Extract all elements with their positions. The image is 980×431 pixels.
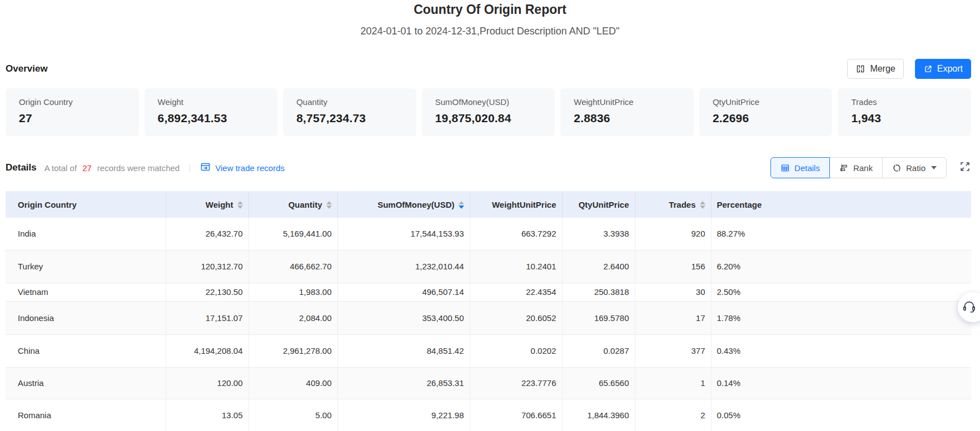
details-section-title: Details: [6, 162, 37, 173]
table-row-turkey: Turkey120,312.70466,662.701,232,010.4410…: [6, 250, 971, 283]
cell-trades: 30: [635, 283, 711, 301]
column-header-origin-country: Origin Country: [6, 191, 166, 218]
sort-icon: [237, 201, 243, 209]
table-header-row: Origin CountryWeightQuantitySumOfMoney(U…: [6, 191, 971, 218]
card-value: 8,757,234.73: [296, 112, 403, 125]
column-header-quantity[interactable]: Quantity: [248, 191, 337, 218]
overview-section-title: Overview: [6, 63, 48, 74]
column-header-sumofmoney-usd-[interactable]: SumOfMoney(USD): [337, 191, 470, 218]
card-value: 19,875,020.84: [435, 112, 542, 125]
cell-trades: 1: [635, 367, 711, 399]
cell-quantity: 2,961,278.00: [248, 334, 337, 367]
cell-sumofmoney-usd-: 1,232,010.44: [337, 250, 470, 283]
table-row-indonesia: Indonesia17,151.072,084.00353,400.5020.6…: [6, 301, 971, 334]
tab-details[interactable]: Details: [770, 157, 830, 178]
column-label: WeightUnitPrice: [492, 200, 556, 209]
cell-weightunitprice: 0.0202: [470, 334, 562, 367]
card-label: SumOfMoney(USD): [435, 97, 542, 107]
fullscreen-button[interactable]: [959, 161, 971, 175]
tab-rank[interactable]: Rank: [829, 157, 883, 178]
cell-weightunitprice: 706.6651: [470, 399, 562, 431]
cell-origin-country: Austria: [6, 367, 166, 399]
column-header-qtyunitprice: QtyUnitPrice: [562, 191, 635, 218]
view-trade-records-link[interactable]: View trade records: [200, 162, 285, 174]
cell-quantity: 5,169,441.00: [248, 218, 337, 250]
cell-trades: 377: [635, 334, 711, 367]
cell-quantity: 466,662.70: [248, 250, 337, 283]
cell-weightunitprice: 22.4354: [470, 283, 562, 301]
cell-origin-country: Romania: [6, 399, 166, 431]
merge-button[interactable]: Merge: [847, 59, 903, 79]
column-label: Quantity: [288, 200, 322, 209]
cell-weight: 120.00: [166, 367, 248, 399]
cell-sumofmoney-usd-: 26,853.31: [337, 367, 470, 399]
match-summary: A total of27records were matched: [44, 163, 180, 173]
tab-ratio[interactable]: Ratio: [882, 157, 947, 178]
tab-label: Ratio: [906, 163, 926, 173]
card-value: 1,943: [851, 112, 958, 125]
cell-percentage: 1.78%: [711, 301, 971, 334]
column-label: Origin Country: [18, 200, 77, 209]
overview-card-trades: Trades1,943: [838, 88, 971, 136]
column-label: Trades: [669, 200, 695, 209]
cell-qtyunitprice: 1,844.3960: [562, 399, 635, 431]
match-count: 27: [77, 163, 97, 173]
cell-sumofmoney-usd-: 9,221.98: [337, 399, 470, 431]
cell-weight: 22,130.50: [166, 283, 248, 301]
card-label: Quantity: [296, 97, 403, 107]
sort-icon: [459, 201, 464, 209]
cell-weightunitprice: 10.2401: [470, 250, 562, 283]
cell-origin-country: Vietnam: [6, 283, 166, 301]
column-header-trades[interactable]: Trades: [635, 191, 711, 218]
cell-weight: 4,194,208.04: [166, 334, 248, 367]
cell-weight: 17,151.07: [166, 301, 248, 334]
column-label: QtyUnitPrice: [579, 200, 629, 209]
table-row-vietnam: Vietnam22,130.501,983.00496,507.1422.435…: [6, 283, 971, 301]
card-label: Trades: [851, 97, 958, 107]
cell-percentage: 0.43%: [711, 334, 971, 367]
headset-icon: [962, 299, 977, 316]
overview-cards: Origin Country27Weight6,892,341.53Quanti…: [6, 88, 971, 136]
export-icon: [923, 64, 933, 74]
cell-percentage: 6.20%: [711, 250, 971, 283]
overview-card-qtyunitprice: QtyUnitPrice2.2696: [699, 88, 833, 136]
card-value: 2.8836: [574, 112, 680, 125]
match-prefix: A total of: [44, 163, 77, 173]
details-toolbar: Details A total of27records were matched…: [6, 157, 971, 178]
window-arrow-icon: [200, 162, 211, 174]
origin-country-table: Origin CountryWeightQuantitySumOfMoney(U…: [6, 191, 971, 431]
cell-sumofmoney-usd-: 17,544,153.93: [337, 218, 470, 250]
cell-percentage: 0.05%: [711, 399, 971, 431]
tab-label: Details: [794, 163, 820, 173]
merge-icon: [855, 64, 865, 74]
overview-card-weightunitprice: WeightUnitPrice2.8836: [560, 88, 694, 136]
cell-origin-country: China: [6, 334, 166, 367]
merge-button-label: Merge: [870, 64, 895, 74]
column-header-weight[interactable]: Weight: [166, 191, 248, 218]
cell-trades: 17: [635, 301, 711, 334]
cell-sumofmoney-usd-: 496,507.14: [337, 283, 470, 301]
cell-origin-country: Turkey: [6, 250, 166, 283]
overview-card-sumofmoney-usd-: SumOfMoney(USD)19,875,020.84: [422, 88, 555, 136]
column-header-percentage: Percentage: [711, 191, 971, 218]
export-button[interactable]: Export: [915, 59, 971, 79]
details-right: DetailsRankRatio: [770, 157, 971, 178]
cell-qtyunitprice: 0.0287: [562, 334, 635, 367]
toolbar-actions: MergeExport: [847, 59, 971, 79]
column-header-weightunitprice: WeightUnitPrice: [470, 191, 562, 218]
card-value: 2.2696: [713, 112, 819, 125]
cell-weight: 13.05: [166, 399, 248, 431]
cell-quantity: 2,084.00: [248, 301, 337, 334]
cell-sumofmoney-usd-: 353,400.50: [337, 301, 470, 334]
cell-weightunitprice: 223.7776: [470, 367, 562, 399]
table-row-romania: Romania13.055.009,221.98706.66511,844.39…: [6, 399, 971, 431]
cell-qtyunitprice: 3.3938: [562, 218, 635, 250]
cell-percentage: 88.27%: [711, 218, 971, 250]
overview-card-origin-country: Origin Country27: [6, 88, 139, 136]
rank-icon: [839, 163, 849, 173]
card-label: Origin Country: [19, 97, 126, 107]
cell-origin-country: India: [6, 218, 166, 250]
cell-qtyunitprice: 65.6560: [562, 367, 635, 399]
cell-quantity: 409.00: [248, 367, 337, 399]
sort-icon: [326, 201, 332, 209]
